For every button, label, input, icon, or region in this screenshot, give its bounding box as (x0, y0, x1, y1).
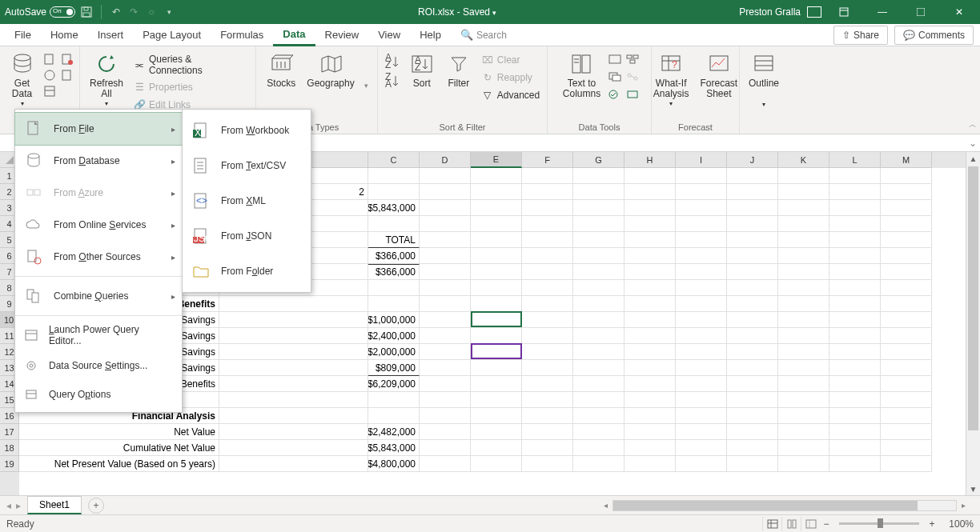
cell-L10[interactable] (829, 312, 881, 328)
cell-L2[interactable] (829, 184, 881, 200)
col-header-I[interactable]: I (676, 152, 727, 168)
cell-G11[interactable] (573, 328, 625, 344)
cell-C3[interactable]: $5,843,000 (368, 200, 420, 216)
cell-M8[interactable] (881, 280, 932, 296)
comments-button[interactable]: 💬Comments (894, 26, 974, 45)
tab-insert[interactable]: Insert (88, 24, 134, 46)
redo-icon[interactable]: ↷ (127, 6, 140, 18)
row-header-17[interactable]: 17 (0, 424, 19, 440)
cell-G14[interactable] (573, 376, 625, 392)
cell-M12[interactable] (881, 344, 932, 360)
add-sheet-button[interactable]: + (88, 498, 104, 514)
cell-C15[interactable] (368, 392, 420, 408)
menu-from-other[interactable]: From Other Sources ▸ (15, 241, 182, 273)
cell-H11[interactable] (625, 328, 676, 344)
page-layout-view-icon[interactable] (781, 517, 801, 531)
cell-J5[interactable] (727, 232, 778, 248)
cell-M15[interactable] (881, 392, 932, 408)
menu-data-source-settings[interactable]: Data Source Settings... (15, 351, 182, 380)
horizontal-scrollbar[interactable] (612, 500, 957, 511)
cell-K17[interactable] (778, 424, 829, 440)
zoom-slider[interactable] (839, 522, 919, 525)
undo-icon[interactable]: ↶ (110, 6, 122, 18)
user-name[interactable]: Preston Gralla (739, 6, 801, 18)
data-validation-icon[interactable] (608, 88, 621, 101)
sheet-tab-sheet1[interactable]: Sheet1 (27, 496, 82, 514)
cell-C10[interactable]: $1,000,000 (368, 312, 420, 328)
cell-B13[interactable] (219, 360, 368, 376)
cell-D8[interactable] (420, 280, 471, 296)
flash-fill-icon[interactable] (608, 53, 621, 66)
cell-K1[interactable] (778, 168, 829, 184)
sort-asc-icon[interactable]: AZ (384, 53, 401, 70)
existing-connections-icon[interactable] (61, 69, 74, 82)
tab-formulas[interactable]: Formulas (211, 24, 273, 46)
cell-B16[interactable] (219, 408, 368, 424)
cell-E2[interactable] (471, 184, 522, 200)
cell-C8[interactable] (368, 280, 420, 296)
cell-I5[interactable] (676, 232, 727, 248)
cell-H13[interactable] (625, 360, 676, 376)
cell-E18[interactable] (471, 440, 522, 456)
cell-G19[interactable] (573, 456, 625, 472)
cell-I17[interactable] (676, 424, 727, 440)
cell-I9[interactable] (676, 296, 727, 312)
cell-D10[interactable] (420, 312, 471, 328)
cell-H14[interactable] (625, 376, 676, 392)
cell-I13[interactable] (676, 360, 727, 376)
cell-K15[interactable] (778, 392, 829, 408)
cell-C2[interactable] (368, 184, 420, 200)
col-header-K[interactable]: K (778, 152, 829, 168)
cell-I15[interactable] (676, 392, 727, 408)
expand-formula-bar-icon[interactable]: ⌄ (966, 138, 980, 149)
cell-C9[interactable] (368, 296, 420, 312)
cell-B15[interactable] (219, 392, 368, 408)
cell-D19[interactable] (420, 456, 471, 472)
cell-J19[interactable] (727, 456, 778, 472)
cell-F14[interactable] (522, 376, 573, 392)
cell-E8[interactable] (471, 280, 522, 296)
consolidate-icon[interactable] (626, 53, 639, 66)
cell-D17[interactable] (420, 424, 471, 440)
cell-D5[interactable] (420, 232, 471, 248)
cell-I8[interactable] (676, 280, 727, 296)
cell-M11[interactable] (881, 328, 932, 344)
cell-D14[interactable] (420, 376, 471, 392)
cell-G5[interactable] (573, 232, 625, 248)
cell-C13[interactable]: $809,000 (368, 360, 420, 376)
row-header-19[interactable]: 19 (0, 456, 19, 472)
col-header-H[interactable]: H (625, 152, 676, 168)
cell-K18[interactable] (778, 440, 829, 456)
submenu-from-workbook[interactable]: X From Workbook (183, 113, 311, 148)
cell-M4[interactable] (881, 216, 932, 232)
cell-B18[interactable] (219, 440, 368, 456)
cell-G8[interactable] (573, 280, 625, 296)
cell-B12[interactable] (219, 344, 368, 360)
cell-C1[interactable] (368, 168, 420, 184)
minimize-icon[interactable]: — (866, 1, 898, 23)
cell-J9[interactable] (727, 296, 778, 312)
qat-customize-icon[interactable]: ▾ (163, 6, 175, 18)
submenu-from-folder[interactable]: From Folder (183, 254, 311, 289)
tab-help[interactable]: Help (410, 24, 451, 46)
menu-query-options[interactable]: Query Options (15, 380, 182, 409)
cell-B10[interactable] (219, 312, 368, 328)
tab-page-layout[interactable]: Page Layout (133, 24, 211, 46)
from-text-icon[interactable] (43, 53, 56, 66)
cell-F10[interactable] (522, 312, 573, 328)
cell-H18[interactable] (625, 440, 676, 456)
cell-E10[interactable] (471, 312, 522, 328)
menu-from-azure[interactable]: From Azure ▸ (15, 177, 182, 209)
tab-home[interactable]: Home (41, 24, 88, 46)
cell-G2[interactable] (573, 184, 625, 200)
cell-L18[interactable] (829, 440, 881, 456)
cell-E12[interactable] (471, 344, 522, 360)
cell-C6[interactable]: $366,000 (368, 248, 420, 264)
reapply-button[interactable]: ↻Reapply (480, 70, 541, 85)
cell-M10[interactable] (881, 312, 932, 328)
cell-K14[interactable] (778, 376, 829, 392)
cell-A18[interactable]: Cumulative Net Value (19, 440, 219, 456)
cell-E14[interactable] (471, 376, 522, 392)
submenu-from-xml[interactable]: <> From XML (183, 183, 311, 218)
cell-C16[interactable] (368, 408, 420, 424)
